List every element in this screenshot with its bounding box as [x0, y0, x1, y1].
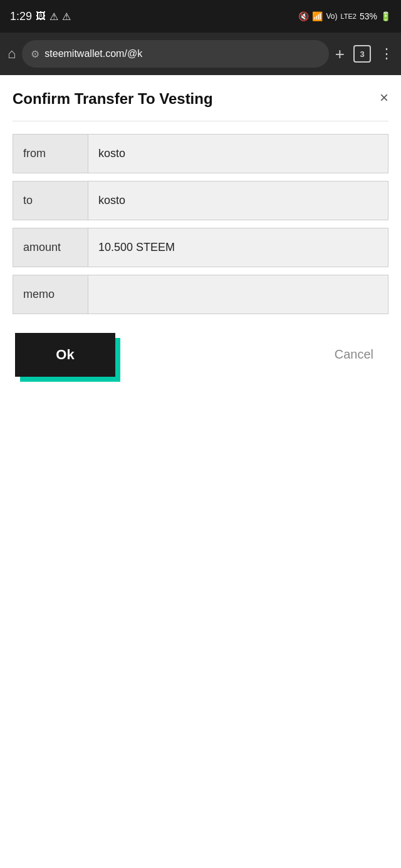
from-label: from	[13, 135, 88, 173]
to-field-row: to kosto	[13, 181, 388, 220]
dialog: Confirm Transfer To Vesting × from kosto…	[0, 75, 401, 396]
url-bar[interactable]: ⚙ steemitwallet.com/@k	[22, 40, 329, 68]
tab-count-button[interactable]: 3	[353, 45, 371, 63]
dialog-header: Confirm Transfer To Vesting ×	[13, 90, 388, 108]
signal-icon: Vo)	[326, 12, 337, 21]
memo-label: memo	[13, 275, 88, 314]
status-bar: 1:29 🖼 ⚠ ⚠ 🔇 📶 Vo) LTE2 53% 🔋	[0, 0, 401, 33]
from-value: kosto	[88, 135, 388, 173]
memo-value	[88, 275, 388, 314]
mute-icon: 🔇	[298, 11, 309, 21]
ok-button-wrapper: Ok	[15, 333, 115, 377]
battery-icon: 🔋	[380, 11, 391, 21]
battery-text: 53%	[360, 11, 377, 21]
amount-label: amount	[13, 228, 88, 267]
close-button[interactable]: ×	[380, 90, 388, 105]
empty-space	[0, 396, 401, 809]
amount-value: 10.500 STEEM	[88, 228, 388, 267]
site-settings-icon: ⚙	[31, 48, 39, 60]
warning-icon-2: ⚠	[62, 11, 71, 23]
memo-field-row: memo	[13, 275, 388, 314]
cancel-button[interactable]: Cancel	[322, 341, 386, 368]
home-button[interactable]: ⌂	[8, 46, 16, 62]
more-options-button[interactable]: ⋮	[380, 46, 393, 62]
status-icons: 🔇 📶 Vo) LTE2 53% 🔋	[298, 11, 391, 21]
browser-bar[interactable]: ⌂ ⚙ steemitwallet.com/@k + 3 ⋮	[0, 33, 401, 75]
divider	[13, 121, 388, 121]
url-text[interactable]: steemitwallet.com/@k	[44, 48, 320, 59]
to-label: to	[13, 181, 88, 220]
gallery-icon: 🖼	[36, 11, 46, 22]
status-time: 1:29 🖼 ⚠ ⚠	[10, 10, 71, 23]
browser-actions: + 3 ⋮	[335, 44, 393, 64]
from-field-row: from kosto	[13, 134, 388, 173]
main-content: Confirm Transfer To Vesting × from kosto…	[0, 75, 401, 868]
to-value: kosto	[88, 181, 388, 220]
time-display: 1:29	[10, 10, 32, 23]
warning-icon-1: ⚠	[49, 11, 58, 23]
new-tab-button[interactable]: +	[335, 44, 345, 64]
amount-field-row: amount 10.500 STEEM	[13, 228, 388, 267]
lte-icon: LTE2	[340, 13, 356, 20]
wifi-icon: 📶	[312, 11, 323, 21]
ok-button[interactable]: Ok	[15, 333, 115, 377]
buttons-row: Ok Cancel	[13, 333, 388, 377]
dialog-title: Confirm Transfer To Vesting	[13, 90, 213, 108]
